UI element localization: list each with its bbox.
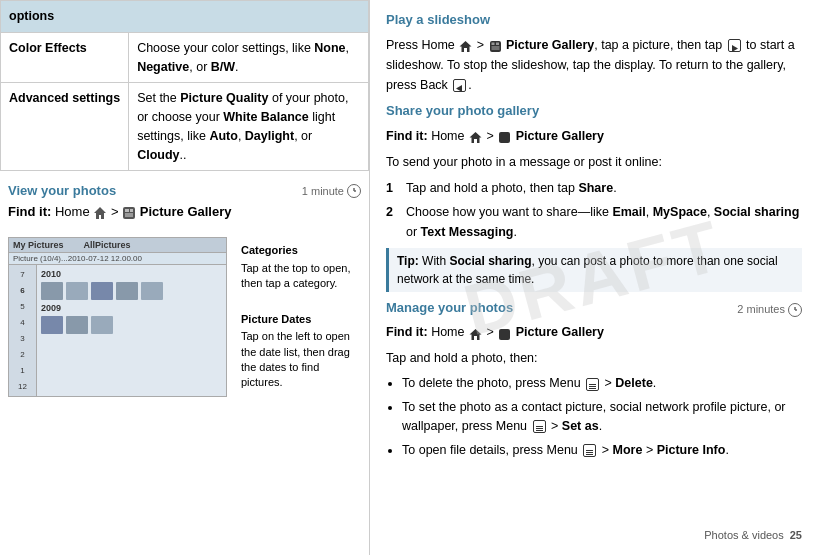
- section2-step1: 1 Tap and hold a photo, then tap Share.: [386, 178, 802, 198]
- section-play-slideshow: Play a slideshow Press Home > Picture Ga…: [386, 10, 802, 95]
- annotations-area: Categories Tap at the top to open, then …: [235, 231, 361, 403]
- bullet-item-set-as: To set the photo as a contact picture, s…: [402, 398, 802, 436]
- gallery-my-pictures: My Pictures: [13, 240, 64, 250]
- gallery-thumb: [91, 282, 113, 300]
- date-2: 2: [20, 350, 24, 359]
- picture-dates-annotation: Picture Dates Tap on the left to open th…: [241, 312, 361, 391]
- gallery-content: 7 6 5 4 3 2 1 12 2010: [9, 265, 226, 396]
- page-number: 25: [790, 527, 802, 545]
- svg-rect-25: [536, 430, 543, 431]
- svg-rect-23: [536, 426, 543, 427]
- view-photos-section: View your photos 1 minute Find it: Home …: [0, 183, 369, 403]
- home-icon-s1: [459, 39, 472, 52]
- gallery-date-bar: Picture (10/4)...2010-07-12 12.00.00: [9, 253, 226, 265]
- svg-marker-18: [469, 329, 481, 340]
- section-share-gallery: Share your photo gallery Find it: Home >…: [386, 101, 802, 292]
- section1-paragraph: Press Home > Picture Gallery, tap a pict…: [386, 35, 802, 95]
- date-4: 4: [20, 318, 24, 327]
- gallery-thumb: [116, 282, 138, 300]
- gallery-thumb: [141, 282, 163, 300]
- section2-step2: 2 Choose how you want to share—like Emai…: [386, 202, 802, 242]
- svg-rect-26: [586, 450, 593, 451]
- categories-desc: Tap at the top to open, then tap a categ…: [241, 261, 361, 292]
- advanced-settings-label: Advanced settings: [1, 83, 129, 171]
- date-3: 3: [20, 334, 24, 343]
- bullet-item-more: To open file details, press Menu > More …: [402, 441, 802, 460]
- find-it-label-s3: Find it:: [386, 325, 428, 339]
- play-icon: [728, 39, 741, 52]
- gallery-thumb: [66, 282, 88, 300]
- svg-rect-10: [496, 43, 499, 46]
- section2-numbered-list: 1 Tap and hold a photo, then tap Share. …: [386, 178, 802, 242]
- svg-rect-21: [589, 386, 596, 387]
- gallery-icon-s1: [489, 39, 502, 52]
- gallery-year-2010: 2010: [41, 269, 222, 279]
- find-it-line: Find it: Home > Picture Gallery: [8, 202, 361, 223]
- svg-rect-20: [589, 384, 596, 385]
- back-icon: [453, 79, 466, 92]
- categories-annotation: Categories Tap at the top to open, then …: [241, 243, 361, 291]
- view-photos-header: View your photos 1 minute: [8, 183, 361, 198]
- gallery-year-2009: 2009: [41, 303, 222, 313]
- home-icon-s2: [469, 130, 482, 143]
- right-panel: DRAFT Play a slideshow Press Home > Pict…: [370, 0, 818, 555]
- left-panel: options Color Effects Choose your color …: [0, 0, 370, 555]
- section3-bullet-list: To delete the photo, press Menu > Delete…: [402, 374, 802, 459]
- date-6: 6: [20, 286, 24, 295]
- section-share-title: Share your photo gallery: [386, 101, 802, 122]
- svg-marker-7: [460, 41, 472, 52]
- tip-label: Tip:: [397, 254, 419, 268]
- svg-marker-2: [94, 207, 106, 219]
- gallery-thumbs-2010: [41, 282, 222, 300]
- svg-rect-22: [589, 388, 596, 389]
- page-footer: Photos & videos 25: [704, 527, 802, 545]
- svg-rect-9: [491, 43, 494, 46]
- gallery-icon-s3: [498, 327, 511, 340]
- clock-icon: [347, 184, 361, 198]
- categories-title: Categories: [241, 243, 361, 258]
- options-table: options Color Effects Choose your color …: [0, 0, 369, 171]
- view-photos-title: View your photos: [8, 183, 116, 198]
- table-row: Color Effects Choose your color settings…: [1, 32, 369, 83]
- picture-dates-desc: Tap on the left to open the date list, t…: [241, 329, 361, 391]
- footer-text: Photos & videos: [704, 527, 784, 545]
- section2-intro: To send your photo in a message or post …: [386, 152, 802, 172]
- svg-rect-11: [491, 46, 499, 50]
- gallery-widget: My Pictures AllPictures Picture (10/4)..…: [8, 237, 227, 397]
- gallery-thumb: [41, 316, 63, 334]
- menu-icon-3: [583, 444, 596, 457]
- gallery-main: My Pictures AllPictures Picture (10/4)..…: [9, 238, 226, 396]
- section3-header-row: Manage your photos 2 minutes: [386, 298, 802, 323]
- picture-gallery-s2: Picture Gallery: [516, 129, 604, 143]
- section3-time-label: 2 minutes: [737, 301, 785, 319]
- section3-time-indicator: 2 minutes: [737, 301, 802, 319]
- gallery-icon-s2: [498, 130, 511, 143]
- time-indicator: 1 minute: [302, 184, 361, 198]
- gallery-thumbs-2009: [41, 316, 222, 334]
- date-12: 12: [18, 382, 27, 391]
- find-it-gt1: >: [111, 204, 122, 219]
- svg-rect-5: [130, 209, 133, 212]
- clock-icon-s3: [788, 303, 802, 317]
- gallery-main-area: 2010 2009: [37, 265, 226, 396]
- svg-rect-15: [499, 132, 510, 143]
- gallery-thumb: [41, 282, 63, 300]
- find-it-label: Find it:: [8, 204, 51, 219]
- time-label: 1 minute: [302, 185, 344, 197]
- color-effects-desc: Choose your color settings, like None, N…: [129, 32, 369, 83]
- picture-dates-title: Picture Dates: [241, 312, 361, 327]
- date-5: 5: [20, 302, 24, 311]
- find-it-label-s2: Find it:: [386, 129, 428, 143]
- table-row: Advanced settings Set the Picture Qualit…: [1, 83, 369, 171]
- home-icon-s3: [469, 327, 482, 340]
- svg-marker-14: [469, 132, 481, 143]
- svg-rect-28: [586, 454, 593, 455]
- find-it-text: Home: [55, 204, 93, 219]
- svg-rect-19: [499, 329, 510, 340]
- step1-num: 1: [386, 178, 400, 198]
- gallery-all-pictures: AllPictures: [84, 240, 131, 250]
- gallery-top-bar: My Pictures AllPictures: [9, 238, 226, 253]
- section3-intro: Tap and hold a photo, then:: [386, 348, 802, 368]
- picture-gallery-s3: Picture Gallery: [516, 325, 604, 339]
- advanced-settings-desc: Set the Picture Quality of your photo, o…: [129, 83, 369, 171]
